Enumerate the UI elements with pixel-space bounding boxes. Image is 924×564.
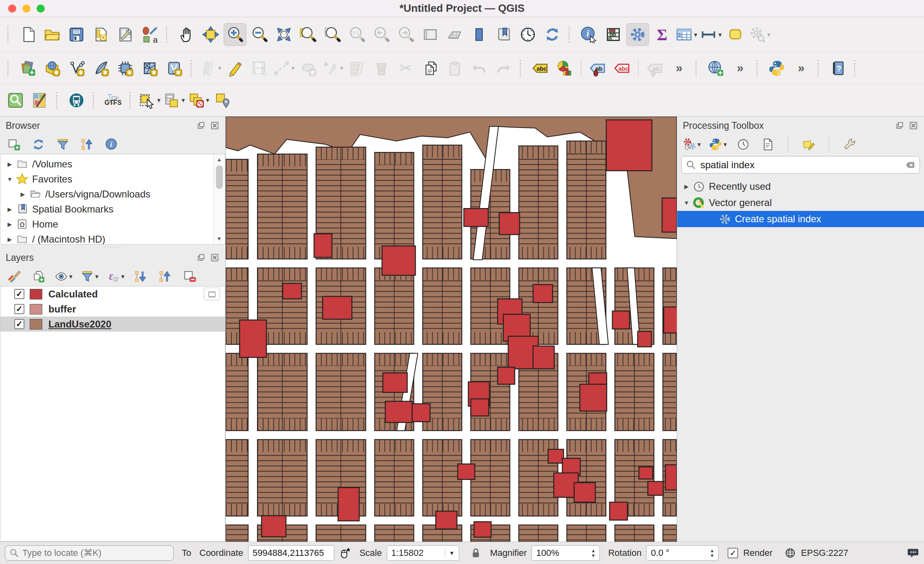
scroll-thumb[interactable] bbox=[216, 165, 223, 189]
processing-models-icon[interactable]: ▾ bbox=[683, 136, 701, 152]
memory-layer-indicator-icon[interactable] bbox=[204, 288, 220, 300]
select-features-by-rectangle-icon[interactable]: ▾ bbox=[138, 89, 161, 112]
pan-to-selection-icon[interactable] bbox=[199, 23, 222, 46]
digitize-with-segment-icon[interactable]: ▾ bbox=[272, 57, 295, 80]
chevron-down-icon[interactable]: ▾ bbox=[121, 273, 124, 280]
tree-item-vector-general[interactable]: ▼Vector general bbox=[677, 195, 924, 211]
toolbox-search-input[interactable] bbox=[700, 159, 905, 171]
new-geopackage-layer-icon[interactable] bbox=[41, 57, 63, 80]
add-polygon-feature-icon[interactable] bbox=[297, 57, 320, 80]
edit-features-in-place-icon[interactable] bbox=[800, 136, 817, 152]
lock-scale-icon[interactable] bbox=[470, 547, 482, 559]
layer-visibility-checkbox[interactable]: ✓ bbox=[14, 289, 24, 299]
identify-features-icon[interactable]: i bbox=[578, 23, 600, 46]
style-manager-icon[interactable]: a bbox=[138, 23, 161, 46]
layer-labeling-icon[interactable]: abc bbox=[529, 57, 551, 80]
move-label-icon[interactable]: ab bbox=[643, 57, 666, 80]
processing-options-icon[interactable] bbox=[841, 136, 858, 152]
tree-item-favorites[interactable]: ▼Favorites bbox=[0, 171, 225, 187]
clear-search-icon[interactable] bbox=[905, 160, 915, 170]
new-map-view-icon[interactable] bbox=[419, 23, 442, 46]
chevron-down-icon[interactable]: ▼ bbox=[445, 548, 455, 558]
collapse-arrow-icon[interactable]: ▼ bbox=[4, 176, 16, 182]
vertex-tool-icon[interactable]: ▾ bbox=[321, 57, 344, 80]
scale-combo[interactable]: 1:15802 ▼ bbox=[387, 545, 459, 561]
toggle-editing-icon[interactable] bbox=[224, 57, 246, 80]
copy-features-icon[interactable] bbox=[419, 57, 442, 80]
scroll-down-icon[interactable]: ▼ bbox=[214, 234, 224, 244]
data-source-manager-icon[interactable] bbox=[16, 57, 39, 80]
chevron-down-icon[interactable]: ▾ bbox=[218, 64, 221, 72]
metasearch-icon[interactable] bbox=[4, 89, 27, 112]
cut-features-icon[interactable]: ✂ bbox=[394, 57, 417, 80]
pin-labels-icon[interactable]: ab bbox=[586, 57, 609, 80]
expand-arrow-icon[interactable]: ▶ bbox=[4, 161, 16, 167]
chevron-down-icon[interactable]: ▾ bbox=[724, 141, 727, 148]
messages-icon[interactable] bbox=[907, 547, 919, 559]
select-by-location-icon[interactable] bbox=[211, 89, 234, 112]
filter-legend-by-expression-icon[interactable]: ε▾ bbox=[107, 268, 124, 284]
remove-layer-icon[interactable] bbox=[181, 268, 198, 284]
layer-diagram-icon[interactable] bbox=[553, 57, 576, 80]
rotation-input[interactable] bbox=[651, 548, 700, 558]
measure-line-icon[interactable]: ▾ bbox=[700, 23, 722, 46]
show-layout-manager-icon[interactable] bbox=[114, 23, 137, 46]
scroll-up-icon[interactable]: ▲ bbox=[214, 155, 224, 165]
spinner-arrows[interactable]: ▲▼ bbox=[591, 548, 596, 558]
processing-results-viewer-icon[interactable] bbox=[759, 136, 776, 152]
chevron-down-icon[interactable]: ▾ bbox=[95, 273, 98, 280]
zoom-full-extent-icon[interactable] bbox=[272, 23, 295, 46]
layer-visibility-checkbox[interactable]: ✓ bbox=[14, 304, 24, 314]
layer-visibility-checkbox[interactable]: ✓ bbox=[14, 319, 24, 329]
float-panel-icon[interactable] bbox=[196, 253, 206, 262]
map-canvas[interactable] bbox=[226, 117, 677, 542]
expand-arrow-icon[interactable]: ▶ bbox=[4, 236, 16, 243]
float-panel-icon[interactable] bbox=[196, 121, 206, 130]
chevron-down-icon[interactable]: ▾ bbox=[697, 141, 701, 148]
web-toolbar-icon[interactable] bbox=[704, 57, 727, 80]
current-edits-icon[interactable]: ▾ bbox=[199, 57, 222, 80]
extents-toggle-icon[interactable] bbox=[339, 547, 351, 559]
close-panel-icon[interactable] bbox=[909, 121, 918, 130]
expand-arrow-icon[interactable]: ▶ bbox=[4, 221, 16, 228]
new-spatialite-layer-icon[interactable] bbox=[89, 57, 112, 80]
rotation-spinbox[interactable]: ▲▼ bbox=[646, 545, 719, 561]
minimize-window-button[interactable] bbox=[22, 4, 31, 13]
show-sum-of-features-icon[interactable]: Σ bbox=[651, 23, 673, 46]
osm-place-search-icon[interactable]: ▾ bbox=[748, 23, 771, 46]
chevron-down-icon[interactable]: ▾ bbox=[694, 31, 697, 39]
project-new-icon[interactable] bbox=[16, 23, 39, 46]
chevron-down-icon[interactable]: ▾ bbox=[157, 96, 160, 104]
magnifier-spinbox[interactable]: ▲▼ bbox=[532, 545, 600, 561]
deselect-all-features-icon[interactable]: ▾ bbox=[187, 89, 210, 112]
expand-arrow-icon[interactable]: ▶ bbox=[680, 183, 693, 190]
chevron-down-icon[interactable]: ▾ bbox=[340, 64, 343, 72]
new-virtual-layer-icon[interactable] bbox=[163, 57, 185, 80]
zoom-window-button[interactable] bbox=[37, 4, 45, 13]
chevron-down-icon[interactable]: ▾ bbox=[767, 31, 770, 39]
tree-item-volumes[interactable]: ▶/Volumes bbox=[0, 156, 225, 171]
new-print-layout-icon[interactable] bbox=[89, 23, 112, 46]
zoom-last-icon[interactable] bbox=[370, 23, 393, 46]
close-panel-icon[interactable] bbox=[210, 121, 220, 130]
tree-item-home[interactable]: ▶Home bbox=[0, 217, 225, 232]
undo-icon[interactable] bbox=[468, 57, 490, 80]
zoom-to-layer-icon[interactable] bbox=[321, 23, 344, 46]
toolbar-overflow-web-icon[interactable]: » bbox=[729, 57, 752, 80]
project-open-icon[interactable] bbox=[41, 23, 63, 46]
zoom-next-icon[interactable] bbox=[394, 23, 417, 46]
processing-history-icon[interactable] bbox=[735, 136, 751, 152]
locator-input[interactable] bbox=[22, 548, 157, 558]
toolbox-search[interactable] bbox=[681, 156, 920, 174]
tree-item-create-spatial-index[interactable]: Create spatial index bbox=[677, 211, 924, 227]
layer-row-buffer[interactable]: ✓buffer bbox=[0, 302, 225, 317]
tree-item-macintosh-hd[interactable]: ▶/ (Macintosh HD) bbox=[0, 232, 225, 245]
browser-filter-icon[interactable] bbox=[54, 136, 71, 152]
coordinate-input[interactable] bbox=[253, 548, 330, 558]
paste-features-icon[interactable] bbox=[443, 57, 466, 80]
render-checkbox[interactable]: ✓ bbox=[728, 548, 738, 558]
browser-add-selected-layers-icon[interactable] bbox=[6, 136, 22, 152]
open-layer-styling-panel-icon[interactable] bbox=[6, 268, 22, 284]
zoom-out-icon[interactable] bbox=[248, 23, 271, 46]
new-mesh-layer-icon[interactable] bbox=[138, 57, 161, 80]
